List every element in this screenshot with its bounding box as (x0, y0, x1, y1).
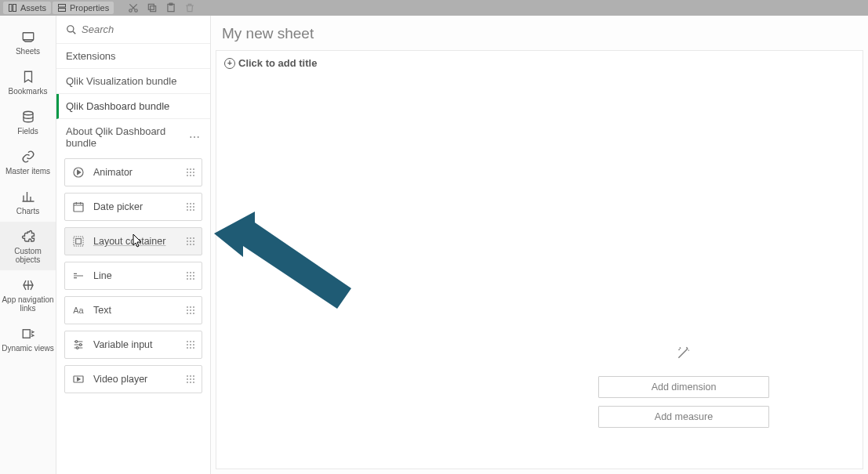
svg-point-66 (187, 341, 188, 342)
ext-video-player[interactable]: Video player (64, 365, 202, 393)
svg-point-39 (187, 241, 188, 242)
rail-app-nav-links[interactable]: App navigation links (0, 270, 56, 319)
rail-master-items[interactable]: Master items (0, 142, 56, 182)
rail-label: Sheets (16, 47, 40, 56)
add-dimension-button[interactable]: Add dimension (598, 376, 769, 398)
rail-label: Dynamic views (2, 344, 54, 353)
search-row (56, 16, 210, 44)
plus-icon: + (224, 58, 235, 69)
svg-point-80 (190, 378, 191, 380)
svg-point-83 (190, 382, 191, 383)
add-measure-button[interactable]: Add measure (598, 406, 769, 428)
svg-point-68 (193, 341, 194, 342)
ext-date-picker[interactable]: Date picker (64, 193, 202, 221)
dashboard-bundle-header[interactable]: Qlik Dashboard bundle (56, 94, 210, 119)
ext-label: Line (93, 270, 178, 281)
ext-label: Video player (93, 374, 178, 385)
svg-rect-24 (74, 203, 83, 212)
svg-point-59 (193, 309, 194, 311)
svg-point-22 (190, 175, 191, 176)
svg-point-37 (190, 237, 191, 239)
line-icon (71, 269, 85, 283)
ext-label: Animator (93, 167, 178, 178)
add-title-label: Click to add title (238, 57, 317, 69)
extensions-header[interactable]: Extensions (56, 44, 210, 69)
svg-point-67 (190, 341, 191, 342)
about-bundle-header[interactable]: About Qlik Dashboard bundle ⋯ (56, 119, 210, 152)
grip-icon (186, 168, 195, 177)
play-icon (71, 165, 85, 179)
svg-point-56 (193, 306, 194, 308)
ext-text[interactable]: Aa Text (64, 296, 202, 324)
svg-point-78 (193, 375, 194, 377)
more-icon[interactable]: ⋯ (189, 131, 201, 143)
svg-point-54 (187, 306, 188, 308)
search-input[interactable] (82, 24, 202, 35)
rail-fields[interactable]: Fields (0, 102, 56, 142)
rail-dynamic-views[interactable]: Dynamic views (0, 319, 56, 359)
svg-point-42 (187, 244, 188, 245)
svg-point-72 (187, 347, 188, 349)
dynviews-icon (21, 327, 35, 341)
svg-point-45 (187, 272, 188, 273)
svg-point-38 (193, 237, 194, 239)
svg-point-18 (187, 172, 188, 173)
about-label: About Qlik Dashboard bundle (66, 125, 189, 149)
svg-point-16 (190, 168, 191, 170)
svg-point-74 (193, 347, 194, 349)
sliders-icon (71, 338, 85, 352)
svg-rect-7 (148, 4, 154, 9)
svg-point-63 (75, 341, 78, 343)
grip-icon (186, 340, 195, 349)
svg-rect-0 (9, 5, 13, 12)
delete-icon[interactable] (181, 2, 198, 14)
rail-bookmarks[interactable]: Bookmarks (0, 62, 56, 102)
svg-point-15 (187, 168, 188, 170)
svg-point-65 (76, 347, 78, 349)
ext-layout-container[interactable]: Layout container (64, 227, 202, 255)
assets-tab[interactable]: Assets (3, 2, 51, 14)
cut-icon[interactable] (125, 2, 142, 14)
svg-point-70 (190, 344, 191, 346)
properties-tab[interactable]: Properties (53, 2, 114, 14)
svg-point-26 (190, 203, 191, 204)
grip-icon (186, 374, 195, 384)
svg-point-71 (193, 344, 194, 346)
extension-list: Animator Date picker Layout container (56, 152, 210, 400)
rail-custom-objects[interactable]: Custom objects (0, 222, 56, 270)
rail-charts[interactable]: Charts (0, 182, 56, 222)
svg-point-84 (193, 382, 194, 383)
svg-point-73 (190, 347, 191, 349)
svg-point-43 (190, 244, 191, 245)
svg-rect-12 (23, 330, 30, 338)
svg-rect-1 (13, 5, 16, 12)
grip-icon (186, 306, 195, 315)
svg-rect-35 (76, 239, 82, 244)
copy-icon[interactable] (143, 2, 161, 14)
svg-point-64 (79, 344, 82, 346)
svg-point-5 (135, 9, 138, 13)
video-icon (71, 372, 85, 386)
viz-bundle-header[interactable]: Qlik Visualization bundle (56, 69, 210, 94)
wand-icon[interactable] (676, 345, 692, 364)
asset-panel: Extensions Qlik Visualization bundle Qli… (56, 16, 211, 474)
ext-animator[interactable]: Animator (64, 158, 202, 186)
svg-point-52 (190, 278, 191, 280)
grip-icon (186, 271, 195, 280)
ext-variable-input[interactable]: Variable input (64, 331, 202, 359)
svg-rect-34 (74, 237, 83, 246)
bookmark-icon (21, 70, 35, 84)
svg-point-19 (190, 172, 191, 173)
chart-icon (21, 190, 35, 204)
svg-point-27 (193, 203, 194, 204)
svg-point-76 (187, 375, 188, 377)
svg-point-40 (190, 241, 191, 242)
rail-label: Fields (17, 127, 38, 136)
svg-point-53 (193, 278, 194, 280)
ext-line[interactable]: Line (64, 262, 202, 290)
svg-rect-6 (151, 6, 156, 12)
add-title-button[interactable]: + Click to add title (216, 51, 863, 75)
rail-sheets[interactable]: Sheets (0, 22, 56, 62)
paste-icon[interactable] (162, 2, 180, 14)
svg-point-33 (193, 209, 194, 211)
